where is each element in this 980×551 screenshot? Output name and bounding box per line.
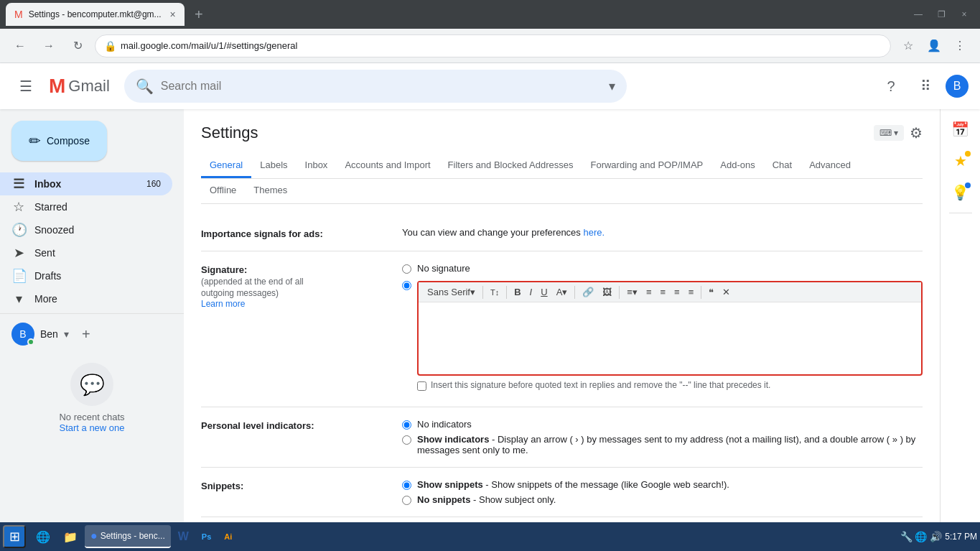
right-panel: 📅 ★ 💡 + [940,109,980,551]
account-avatar[interactable]: B [11,323,34,346]
sidebar-item-sent[interactable]: ➤ Sent [0,241,172,264]
hamburger-menu-button[interactable]: ☰ [11,72,40,101]
taskbar-item-word[interactable]: W [172,525,195,548]
font-select-button[interactable]: Sans Serif ▾ [424,285,478,299]
ordered-list-button[interactable]: ≡ [643,285,655,299]
tasks-panel-button[interactable]: ★ [946,147,975,175]
chrome-icon: ● [90,529,98,542]
image-button[interactable]: 🖼 [599,285,615,299]
profile-button[interactable]: 👤 [923,34,946,57]
sidebar-item-more[interactable]: ▾ More [0,287,172,310]
italic-button[interactable]: I [527,285,536,299]
search-bar[interactable]: 🔍 ▾ [124,70,627,103]
taskbar: ⊞ 🌐 📁 ● Settings - benc... W Ps Ai 🔧 🌐 🔊… [0,522,980,551]
search-dropdown-icon[interactable]: ▾ [609,78,615,94]
calendar-panel-button[interactable]: 📅 [946,115,975,144]
sidebar-item-snoozed[interactable]: 🕐 Snoozed [0,218,172,241]
account-section: B Ben ▾ + [0,317,184,351]
toolbar-divider-5 [701,286,701,299]
no-signature-label: No signature [417,263,470,274]
start-button[interactable]: ⊞ [3,525,26,548]
sidebar-item-inbox[interactable]: ☰ Inbox 160 [0,172,172,195]
back-button[interactable]: ← [9,34,32,57]
avatar[interactable]: B [946,75,969,98]
address-bar[interactable]: 🔒 [95,34,891,57]
settings-gear-icon[interactable]: ⚙ [910,124,923,142]
taskbar-item-ai[interactable]: Ai [218,525,238,548]
show-snippets-radio[interactable] [402,481,411,490]
extensions-button[interactable]: ⋮ [948,34,971,57]
tab-themes[interactable]: Themes [245,179,296,203]
importance-signals-content: You can view and change your preferences… [402,227,923,238]
tab-addons[interactable]: Add-ons [711,154,763,178]
taskbar-sys-icons: 🔧 🌐 🔊 [900,531,943,542]
apps-button[interactable]: ⠿ [911,72,940,101]
unordered-list-button[interactable]: ≡ [657,285,668,299]
search-input[interactable] [161,80,602,93]
no-snippets-radio[interactable] [402,496,411,505]
remove-formatting-button[interactable]: ✕ [719,285,733,299]
show-indicators-radio[interactable] [402,435,411,445]
right-panel-divider [949,213,972,213]
text-color-button[interactable]: A▾ [554,285,571,299]
keep-panel-button[interactable]: 💡 [946,178,975,207]
minimize-button[interactable]: — [908,8,928,21]
ps-icon: Ps [202,532,211,541]
taskbar-item-ie[interactable]: 🌐 [30,525,56,548]
underline-button[interactable]: U [538,285,550,299]
add-account-button[interactable]: + [75,323,98,346]
tab-offline[interactable]: Offline [201,179,245,203]
browser-tab[interactable]: M Settings - bencomputer.mkt@gm... × [6,3,185,26]
sidebar-item-drafts[interactable]: 📄 Drafts [0,264,172,287]
chat-start-link[interactable]: Start a new one [11,422,172,433]
close-window-button[interactable]: × [954,8,974,21]
tab-general[interactable]: General [201,154,251,178]
compose-button[interactable]: ✏ Compose [11,121,107,161]
taskbar-item-chrome[interactable]: ● Settings - benc... [85,525,171,548]
toolbar-divider-4 [619,286,620,299]
tab-close-button[interactable]: × [170,9,176,20]
tab-accounts[interactable]: Accounts and Import [336,154,439,178]
sidebar-item-starred[interactable]: ☆ Starred [0,195,172,218]
signature-radio[interactable] [402,281,411,290]
align-button[interactable]: ≡▾ [624,285,640,299]
bold-button[interactable]: B [511,285,523,299]
tab-advanced[interactable]: Advanced [801,154,859,178]
tab-inbox[interactable]: Inbox [297,154,337,178]
indent-increase-button[interactable]: ≡ [686,285,697,299]
bookmark-button[interactable]: ☆ [897,34,920,57]
gmail-logo: M Gmail [49,75,110,98]
indent-decrease-button[interactable]: ≡ [671,285,683,299]
tab-filters[interactable]: Filters and Blocked Addresses [439,154,582,178]
forward-button[interactable]: → [37,34,60,57]
tab-chat[interactable]: Chat [764,154,801,178]
show-snippets-label: Show snippets - Show snippets of the mes… [417,479,729,490]
new-tab-button[interactable]: + [189,4,209,24]
url-input[interactable] [121,40,882,51]
signature-before-quoted-checkbox[interactable] [417,381,426,391]
help-button[interactable]: ? [877,72,905,101]
importance-signals-link[interactable]: here. [583,227,605,238]
importance-signals-label: Importance signals for ads: [201,227,402,239]
signature-toolbar: Sans Serif ▾ T↕ B I U [419,282,921,302]
personal-level-radio-group: No indicators Show indicators - Display … [402,419,923,455]
font-size-button[interactable]: T↕ [487,287,502,298]
gmail-text: Gmail [68,77,109,96]
no-indicators-radio[interactable] [402,420,411,430]
keep-badge [965,182,971,188]
no-signature-radio[interactable] [402,264,411,274]
tab-forwarding[interactable]: Forwarding and POP/IMAP [582,154,711,178]
taskbar-item-folder[interactable]: 📁 [57,525,83,548]
signature-editor[interactable] [419,302,921,374]
account-chevron-icon[interactable]: ▾ [64,328,69,340]
signature-checkbox-label: Insert this signature before quoted text… [431,380,770,390]
keyboard-shortcut-button[interactable]: ⌨ ▾ [874,125,904,141]
quote-button[interactable]: ❝ [706,285,717,299]
settings-title-text: Settings [201,124,258,142]
tab-labels[interactable]: Labels [251,154,296,178]
taskbar-item-ps[interactable]: Ps [196,525,217,548]
signature-learn-more-link[interactable]: Learn more [201,299,245,309]
reload-button[interactable]: ↻ [66,34,89,57]
link-button[interactable]: 🔗 [579,285,597,299]
maximize-button[interactable]: ❐ [931,8,951,21]
